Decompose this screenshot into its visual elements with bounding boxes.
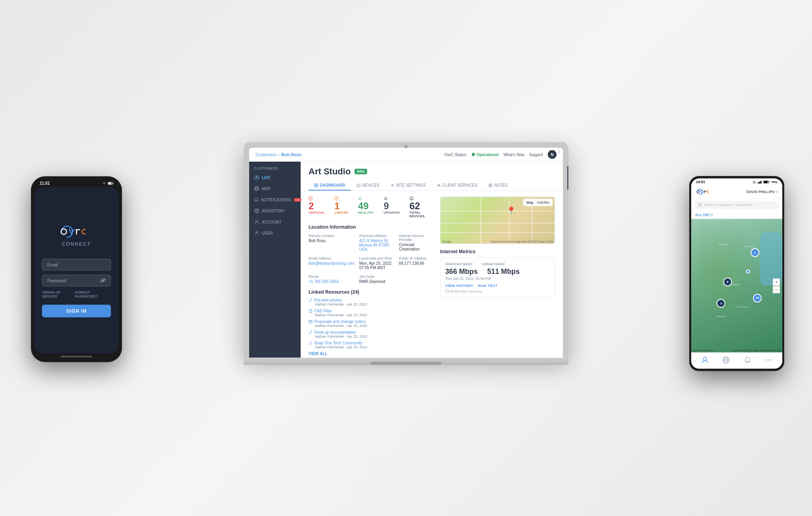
tab-notes[interactable]: NOTES [483,181,513,191]
bottom-nav-person[interactable] [701,356,709,365]
home-indicator-left [61,356,92,357]
date-label: Local Date and Time [359,256,394,260]
speedtest-logo: SPEEDTEST powered [445,289,550,293]
email-value[interactable]: bob@thejoyofpaining.com [309,261,355,266]
connect-label: CONNECT [62,241,91,247]
resource-link-2[interactable]: CAD Files [309,309,434,313]
eye-icon [100,279,106,283]
phone-field: Phone +1 765-555-5555 [309,275,355,284]
user-avatar[interactable]: N [548,150,557,159]
stats-row: 2 CRITICAL 1 LIMITED [309,197,434,218]
speed-values: 366 Mbps 511 Mbps [445,268,550,276]
sidebar-item-notifications[interactable]: NOTIFICATIONS 178 [249,194,301,205]
physical-address-value[interactable]: 421 S Walnut St, Muncie IN 47305, USA [359,239,394,252]
page-tabs: DASHBOARD DEVICES SITE SETTINGS [309,181,555,191]
resource-link-4[interactable]: Hook-up documentation [309,330,434,334]
tab-dashboard[interactable]: DASHBOARD [309,181,351,191]
zoom-out-button[interactable]: − [773,286,780,293]
map-tab-satellite[interactable]: Satellite [537,201,549,204]
map-cluster-20[interactable]: 20 [753,294,762,302]
notes-icon [488,183,492,187]
map-cluster-2[interactable]: 2 [751,248,759,257]
run-test-button[interactable]: RUN TEST [478,284,497,288]
mexico-label: Mexico [717,315,725,318]
map-cluster-9[interactable]: 9 [723,278,732,287]
filter-row[interactable]: ALL (35) [691,211,782,219]
map-footer-right: Keyboard shortcuts Map data ©2021 Google… [693,349,781,352]
signal-icon [758,180,762,183]
resource-meta-5: Nathan Parmenter · Apr 25, 2022 [315,345,434,349]
tab-client-services[interactable]: CLIENT SERVICES [431,181,483,191]
svg-point-49 [703,357,707,360]
isp-field: Internet Service Provider Comcast Corpor… [399,234,434,252]
map-tab-map[interactable]: Map [526,201,534,204]
resource-meta-4: Nathan Parmenter · Apr 25, 2022 [315,334,434,338]
phone-right-status-bar: 14:51 79% [691,178,782,185]
resource-item-4: Hook-up documentation Nathan Parmenter ·… [309,330,434,338]
sidebar-item-inventory[interactable]: INVENTORY [249,205,301,216]
password-input-field[interactable]: Password [42,275,111,287]
map-full-background: Canada United States Mexico Gulf of Mexi… [691,219,782,352]
resource-link-5[interactable]: Snap One Tech Community [309,341,434,345]
search-bar[interactable]: Search Locations / Customers [694,201,779,209]
stat-updates: 9 UPDATES [384,197,400,218]
bottom-nav-dots[interactable] [764,356,772,365]
svg-rect-27 [410,197,413,199]
speed-box: Download Speed Upload Speed 366 Mbps 511… [440,258,555,298]
notifications-badge: 178 [294,198,301,201]
svg-point-55 [770,359,771,361]
map-dot-1 [746,269,750,273]
phone-right-frame: 14:51 79% [689,176,784,371]
tab-site-settings[interactable]: SITE SETTINGS [385,181,431,191]
map-full: Canada United States Mexico Gulf of Mexi… [691,219,782,352]
ovrc-logo: CONNECT [57,223,96,247]
healthy-label: HEALTHY [358,211,374,214]
resource-link-3[interactable]: Proposals and change orders [309,319,434,324]
phone-value[interactable]: +1 765-555-5555 [309,279,355,284]
road-h-3 [440,232,555,233]
sidebar-item-list[interactable]: LIST [249,172,301,183]
sidebar-user-label: USER [262,231,273,235]
stat-healthy: 49 HEALTHY [358,197,374,218]
laptop-screen: Customers › Bob Ross OvrC Status: Operat… [249,148,563,358]
total-number: 62 [410,201,420,211]
bottom-nav-bell[interactable] [743,356,751,365]
svg-rect-45 [764,181,768,183]
tab-devices[interactable]: DEVICES [351,181,385,191]
resource-link-1[interactable]: Pre-wire photos [309,298,434,302]
filter-label: ALL (35) [695,213,709,217]
map-pin: 📍 [506,206,516,216]
view-all-link[interactable]: VIEW ALL [309,352,434,356]
forgot-password-link[interactable]: FORGOT PASSWORD? [75,290,111,298]
ip-field: Public IP Address 68.177.138.66 [399,256,434,270]
time-value: 07:55 PM MST [359,266,394,270]
job-code-label: Job Code [359,275,394,279]
support-link[interactable]: Support [529,152,543,157]
settings-icon [391,183,395,187]
bottom-globe-icon [722,356,730,364]
breadcrumb-parent[interactable]: Customers [255,152,276,157]
whats-new-link[interactable]: What's New [503,152,524,157]
svg-point-54 [768,359,769,361]
email-input-field[interactable]: Email [42,259,111,271]
phone-left: 11:51 [31,176,122,362]
view-history-button[interactable]: VIEW HISTORY [445,284,473,288]
critical-label-row [309,197,313,201]
bottom-nav-globe[interactable] [722,356,730,365]
critical-number: 2 [309,201,314,211]
sidebar-item-account[interactable]: ACCOUNT [249,216,301,227]
sidebar-item-map[interactable]: MAP [249,183,301,194]
upload-label: Upload Speed [482,262,505,266]
sign-in-button[interactable]: SIGN IN [42,305,111,317]
sidebar-item-user[interactable]: USER [249,227,301,239]
gulf-label: Gulf of Mexico [735,306,750,308]
primary-contact-label: Primary Contact [309,234,355,238]
password-placeholder: Password [47,278,66,283]
phone-left-time: 11:51 [40,181,50,185]
account-icon [254,219,259,225]
hudson-label: Hudson Bay [744,246,757,248]
terms-link[interactable]: TERMS OF SERVICE [42,290,75,298]
ovrc-brand-logo [57,223,96,241]
zoom-in-button[interactable]: + [773,278,780,285]
svg-rect-32 [113,183,114,184]
